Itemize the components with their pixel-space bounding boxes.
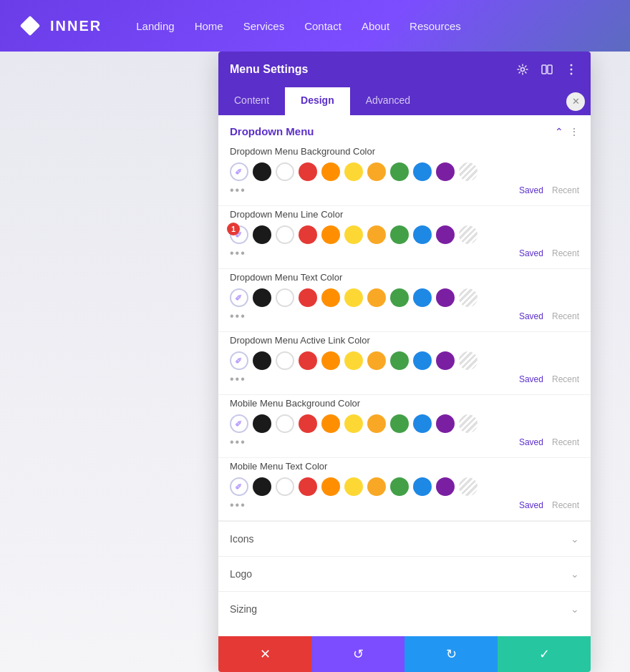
section-collapse-button[interactable]: ⌃	[555, 126, 563, 137]
more-swatches-button-mobile-bg[interactable]: •••	[230, 436, 246, 449]
swatch-orange-mobile-text[interactable]	[321, 477, 340, 496]
swatch-white-active[interactable]	[276, 351, 294, 370]
swatch-orange-line[interactable]	[321, 225, 340, 244]
nav-link-about[interactable]: About	[362, 20, 389, 32]
collapsible-sizing[interactable]: Sizing ⌄	[218, 591, 591, 626]
collapsible-logo[interactable]: Logo ⌄	[218, 556, 591, 591]
swatch-orange-text[interactable]	[321, 288, 340, 307]
swatch-yellow-light-mobile-bg[interactable]	[344, 414, 363, 433]
saved-label-mobile-text[interactable]: Saved	[519, 500, 543, 510]
nav-link-resources[interactable]: Resources	[410, 20, 461, 32]
swatch-striped-active[interactable]	[459, 351, 478, 370]
swatch-red[interactable]	[299, 162, 317, 181]
tab-design[interactable]: Design	[285, 87, 350, 115]
swatch-striped-mobile-text[interactable]	[459, 477, 478, 496]
saved-label-mobile-bg[interactable]: Saved	[519, 437, 543, 447]
saved-label-active[interactable]: Saved	[519, 374, 543, 384]
swatch-purple[interactable]	[436, 162, 455, 181]
recent-label-mobile-text[interactable]: Recent	[552, 500, 579, 510]
swatch-white-mobile-text[interactable]	[276, 477, 294, 496]
swatch-blue-line[interactable]	[413, 225, 432, 244]
swatch-black[interactable]	[253, 162, 271, 181]
nav-link-landing[interactable]: Landing	[136, 20, 174, 32]
swatch-black-text[interactable]	[253, 288, 271, 307]
swatch-white-text[interactable]	[276, 288, 294, 307]
swatch-blue-active[interactable]	[413, 351, 432, 370]
close-panel-button[interactable]: ✕	[566, 92, 585, 111]
swatch-yellow-light[interactable]	[344, 162, 363, 181]
color-picker-button-active[interactable]: ✏	[230, 351, 248, 370]
swatch-green-active[interactable]	[390, 351, 409, 370]
swatch-red-line[interactable]	[299, 225, 317, 244]
swatch-black-line[interactable]	[253, 225, 271, 244]
recent-label[interactable]: Recent	[552, 185, 579, 195]
swatch-striped-text[interactable]	[459, 288, 478, 307]
swatch-purple-mobile-bg[interactable]	[436, 414, 455, 433]
swatch-white[interactable]	[276, 162, 294, 181]
swatch-orange-mobile-bg[interactable]	[321, 414, 340, 433]
settings-icon-button[interactable]	[515, 62, 530, 77]
swatch-red-active[interactable]	[299, 351, 317, 370]
more-options-button[interactable]	[563, 62, 579, 77]
saved-label-text[interactable]: Saved	[519, 311, 543, 321]
swatch-blue[interactable]	[413, 162, 432, 181]
color-picker-button-mobile-text[interactable]: ✏	[230, 477, 248, 496]
swatch-red-mobile-bg[interactable]	[299, 414, 317, 433]
swatch-purple-text[interactable]	[436, 288, 455, 307]
tab-content[interactable]: Content	[218, 87, 285, 115]
confirm-button[interactable]: ✓	[498, 636, 591, 672]
color-picker-button-text[interactable]: ✏	[230, 288, 248, 307]
swatch-striped[interactable]	[459, 162, 478, 181]
nav-link-home[interactable]: Home	[195, 20, 223, 32]
color-picker-button-mobile-bg[interactable]: ✏	[230, 414, 248, 433]
more-swatches-button-line[interactable]: •••	[230, 247, 246, 260]
swatch-yellow-text[interactable]	[367, 288, 386, 307]
more-swatches-button-active[interactable]: •••	[230, 373, 246, 386]
recent-label-line[interactable]: Recent	[552, 248, 579, 258]
swatch-blue-text[interactable]	[413, 288, 432, 307]
tab-advanced[interactable]: Advanced	[350, 87, 426, 115]
saved-label[interactable]: Saved	[519, 185, 543, 195]
swatch-yellow[interactable]	[367, 162, 386, 181]
swatch-yellow-light-text[interactable]	[344, 288, 363, 307]
layout-icon-button[interactable]	[539, 62, 555, 77]
swatch-yellow-mobile-bg[interactable]	[367, 414, 386, 433]
swatch-white-line[interactable]	[276, 225, 294, 244]
swatch-orange[interactable]	[321, 162, 340, 181]
swatch-blue-mobile-bg[interactable]	[413, 414, 432, 433]
swatch-striped-line[interactable]	[459, 225, 478, 244]
swatch-white-mobile-bg[interactable]	[276, 414, 294, 433]
redo-button[interactable]: ↻	[404, 636, 498, 672]
swatch-red-mobile-text[interactable]	[299, 477, 317, 496]
swatch-striped-mobile-bg[interactable]	[459, 414, 478, 433]
swatch-yellow-light-mobile-text[interactable]	[344, 477, 363, 496]
swatch-green-line[interactable]	[390, 225, 409, 244]
swatch-green-mobile-text[interactable]	[390, 477, 409, 496]
swatch-yellow-light-active[interactable]	[344, 351, 363, 370]
section-more-button[interactable]: ⋮	[569, 126, 579, 137]
swatch-yellow-light-line[interactable]	[344, 225, 363, 244]
more-swatches-button-text[interactable]: •••	[230, 310, 246, 323]
swatch-black-active[interactable]	[253, 351, 271, 370]
saved-label-line[interactable]: Saved	[519, 248, 543, 258]
nav-link-services[interactable]: Services	[243, 20, 285, 32]
recent-label-active[interactable]: Recent	[552, 374, 579, 384]
swatch-purple-active[interactable]	[436, 351, 455, 370]
swatch-yellow-active[interactable]	[367, 351, 386, 370]
swatch-red-text[interactable]	[299, 288, 317, 307]
swatch-green[interactable]	[390, 162, 409, 181]
more-swatches-button[interactable]: •••	[230, 184, 246, 197]
collapsible-icons[interactable]: Icons ⌄	[218, 521, 591, 556]
recent-label-text[interactable]: Recent	[552, 311, 579, 321]
undo-button[interactable]: ↺	[311, 636, 404, 672]
cancel-button[interactable]: ✕	[218, 636, 311, 672]
swatch-yellow-mobile-text[interactable]	[367, 477, 386, 496]
swatch-black-mobile-bg[interactable]	[253, 414, 271, 433]
swatch-black-mobile-text[interactable]	[253, 477, 271, 496]
color-picker-button[interactable]: ✏	[230, 162, 248, 181]
swatch-purple-line[interactable]	[436, 225, 455, 244]
swatch-green-mobile-bg[interactable]	[390, 414, 409, 433]
recent-label-mobile-bg[interactable]: Recent	[552, 437, 579, 447]
nav-link-contact[interactable]: Contact	[304, 20, 341, 32]
swatch-orange-active[interactable]	[321, 351, 340, 370]
